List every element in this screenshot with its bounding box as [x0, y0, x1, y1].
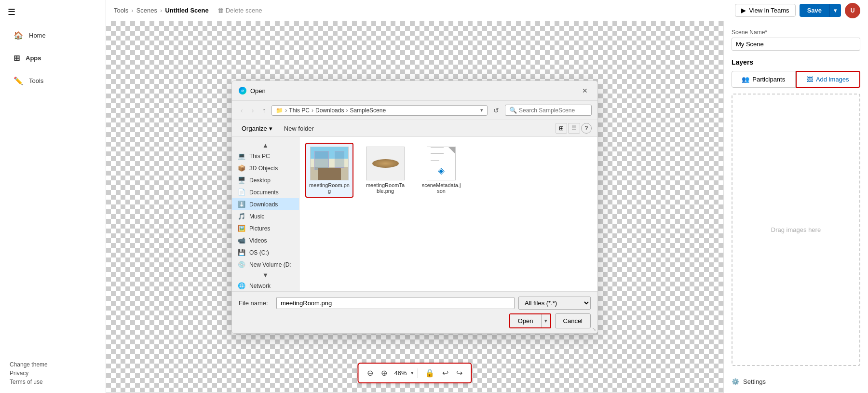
toolbar-separator [418, 368, 418, 378]
network-label: Network [249, 283, 271, 289]
sidebar-videos[interactable]: 📹 Videos [232, 234, 299, 246]
sidebar-item-apps-label: Apps [26, 54, 41, 62]
filename-input[interactable] [276, 297, 515, 309]
file-name-table: meetingRoomTable.png [365, 182, 406, 194]
sidebar-downloads[interactable]: ⬇️ Downloads [232, 198, 299, 210]
nav-back-button[interactable]: ‹ [238, 105, 246, 116]
sidebar-3d-objects[interactable]: 📦 3D Objects [232, 162, 299, 174]
view-buttons: ⊞ ☰ ? [556, 123, 592, 134]
terms-link[interactable]: Terms of use [10, 379, 96, 385]
sidebar-os-c[interactable]: 💾 OS (C:) [232, 246, 299, 258]
save-dropdown-button[interactable]: ▾ [829, 4, 841, 17]
zoom-out-button[interactable]: ⊖ [364, 366, 376, 379]
filetype-select[interactable]: All files (*.*) [518, 297, 591, 310]
new-volume-icon: 💿 [238, 261, 245, 268]
address-thispc[interactable]: This PC [289, 107, 310, 114]
user-avatar[interactable]: U [845, 3, 860, 18]
dialog-actions: Open ▾ Cancel [239, 313, 591, 328]
address-dropdown-button[interactable]: ▾ [480, 107, 483, 113]
open-button-group: Open ▾ [509, 313, 551, 328]
undo-button[interactable]: ↩ [439, 366, 451, 379]
filename-row: File name: All files (*.*) [239, 297, 591, 310]
zoom-value: 46% [392, 369, 408, 377]
breadcrumb-tools[interactable]: Tools [114, 7, 128, 14]
resize-handle[interactable]: ⤡ [592, 327, 596, 332]
sidebar-item-tools[interactable]: ✏️ Tools [4, 70, 102, 91]
file-thumb-table [366, 147, 405, 180]
view-details-button[interactable]: ☰ [568, 123, 580, 134]
dialog-close-button[interactable]: ✕ [579, 86, 591, 95]
new-folder-button[interactable]: New folder [280, 123, 318, 134]
help-button[interactable]: ? [581, 123, 592, 134]
drop-area[interactable]: Drag images here [732, 94, 860, 366]
sidebar-network[interactable]: 🌐 Network [232, 280, 299, 291]
sidebar-desktop[interactable]: 🖥️ Desktop [232, 174, 299, 186]
save-button-group: Save ▾ [800, 4, 841, 17]
nav-forward-button[interactable]: › [249, 105, 257, 116]
save-button[interactable]: Save [800, 4, 829, 17]
drop-area-text: Drag images here [771, 226, 821, 233]
sidebar-item-home-label: Home [29, 32, 46, 39]
zoom-dropdown-button[interactable]: ▾ [411, 370, 414, 376]
dialog-nav: ‹ › ↑ 📁 › This PC › Downloads › SampleSc… [232, 101, 597, 120]
privacy-link[interactable]: Privacy [10, 370, 96, 377]
breadcrumb-scenes[interactable]: Scenes [136, 7, 157, 14]
sidebar-scroll-up[interactable]: ▲ [232, 141, 299, 150]
trash-icon: 🗑 [217, 7, 224, 14]
address-folder-icon: 📁 [276, 107, 283, 114]
documents-icon: 📄 [238, 189, 245, 196]
redo-icon: ↪ [456, 369, 462, 377]
sidebar-item-apps[interactable]: ⊞ Apps [4, 48, 102, 68]
sidebar-item-home[interactable]: 🏠 Home [4, 25, 102, 46]
zoom-in-button[interactable]: ⊕ [378, 366, 390, 379]
tools-icon: ✏️ [14, 76, 23, 85]
delete-label: Delete scene [226, 7, 262, 14]
organize-button[interactable]: Organize ▾ [238, 123, 276, 134]
bottom-toolbar: ⊖ ⊕ 46% ▾ 🔒 ↩ ↪ [357, 363, 472, 383]
hamburger-icon: ☰ [8, 7, 15, 17]
hamburger-menu[interactable]: ☰ [0, 0, 106, 24]
add-images-label: Add images [816, 76, 849, 83]
sidebar-footer: Change theme Privacy Terms of use [0, 355, 106, 393]
address-bar: 📁 › This PC › Downloads › SampleScene ▾ [271, 105, 488, 116]
settings-row[interactable]: ⚙️ Settings [732, 372, 860, 385]
open-dropdown-button[interactable]: ▾ [542, 315, 550, 327]
open-button[interactable]: Open [510, 314, 542, 327]
change-theme-link[interactable]: Change theme [10, 361, 96, 368]
file-meeting-room[interactable]: meetingRoom.png [305, 143, 353, 198]
file-meeting-room-table[interactable]: meetingRoomTable.png [361, 143, 409, 198]
delete-scene-button[interactable]: 🗑 Delete scene [217, 7, 262, 14]
sidebar-this-pc[interactable]: 💻 This PC [232, 150, 299, 162]
dialog-file-sidebar: ▲ 💻 This PC 📦 3D Objects 🖥️ [232, 137, 299, 291]
sidebar-documents[interactable]: 📄 Documents [232, 186, 299, 198]
participants-icon: 👥 [742, 76, 749, 83]
view-teams-button[interactable]: ▶ View in Teams [735, 4, 795, 17]
tab-add-images[interactable]: 🖼 Add images [796, 71, 861, 88]
downloads-icon: ⬇️ [238, 201, 245, 208]
file-open-dialog: e Open ✕ ‹ › ↑ 📁 › This PC [231, 81, 598, 334]
address-samplescene[interactable]: SampleScene [350, 107, 386, 114]
search-input[interactable] [519, 107, 587, 114]
address-downloads[interactable]: Downloads [315, 107, 344, 114]
lock-button[interactable]: 🔒 [422, 366, 437, 379]
layers-label: Layers [732, 58, 860, 66]
file-scene-metadata[interactable]: ——— ——— —— ◈ sceneMetadata.json [417, 143, 465, 198]
breadcrumb-sep-2: › [160, 7, 162, 14]
organize-label: Organize [242, 125, 267, 132]
view-icons-button[interactable]: ⊞ [556, 123, 567, 134]
sidebar-scroll-down[interactable]: ▼ [232, 271, 299, 280]
sidebar-music[interactable]: 🎵 Music [232, 210, 299, 222]
apps-icon: ⊞ [14, 54, 20, 63]
redo-button[interactable]: ↪ [453, 366, 465, 379]
sidebar-pictures[interactable]: 🖼️ Pictures [232, 222, 299, 234]
scene-name-input[interactable] [732, 38, 860, 51]
address-sep-1: › [285, 107, 287, 114]
refresh-button[interactable]: ↺ [490, 105, 502, 116]
filename-label: File name: [239, 299, 272, 307]
tab-participants[interactable]: 👥 Participants [732, 71, 796, 88]
nav-up-button[interactable]: ↑ [259, 105, 269, 116]
cancel-button[interactable]: Cancel [555, 313, 591, 328]
sidebar-new-volume[interactable]: 💿 New Volume (D: [232, 258, 299, 271]
downloads-label: Downloads [249, 201, 278, 208]
documents-label: Documents [249, 189, 279, 196]
